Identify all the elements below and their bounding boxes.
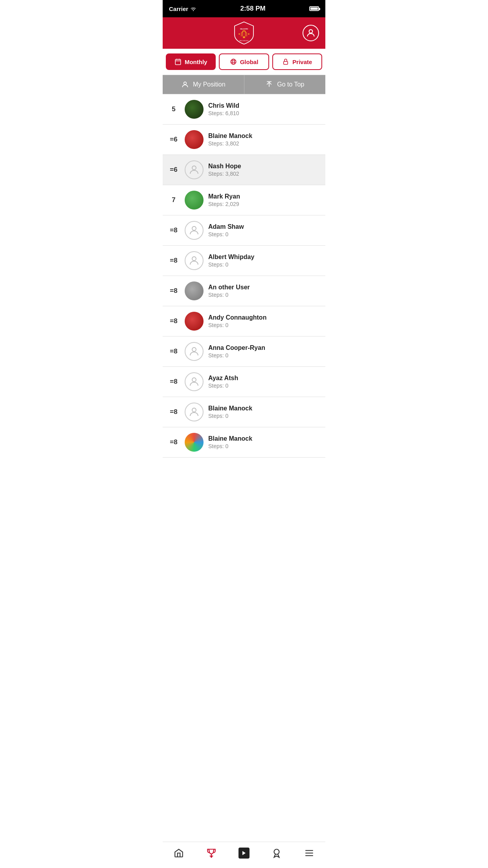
rank-number: =6 — [167, 166, 180, 174]
list-item[interactable]: =8 Anna Cooper-Ryan Steps: 0 — [163, 337, 325, 367]
list-item[interactable]: =8 Andy Connaughton Steps: 0 — [163, 306, 325, 337]
user-steps: Steps: 6,810 — [208, 110, 321, 116]
rank-number: =8 — [167, 287, 180, 295]
svg-text:RED DEVILS: RED DEVILS — [240, 40, 249, 42]
user-info: Albert Whipday Steps: 0 — [208, 254, 321, 268]
my-position-button[interactable]: My Position — [163, 75, 244, 94]
go-to-top-button[interactable]: Go to Top — [244, 75, 326, 94]
svg-rect-2 — [243, 37, 245, 38]
svg-point-22 — [192, 348, 196, 351]
rank-number: =8 — [167, 378, 180, 386]
go-to-top-icon — [265, 81, 273, 88]
svg-point-12 — [232, 59, 235, 64]
svg-point-11 — [231, 59, 236, 64]
user-steps: Steps: 0 — [208, 383, 321, 389]
lock-icon — [282, 58, 289, 65]
svg-point-20 — [192, 226, 196, 230]
app-logo: SALFORD RED DEVILS — [232, 21, 256, 45]
list-item[interactable]: =8 Adam Shaw Steps: 0 — [163, 215, 325, 246]
user-steps: Steps: 0 — [208, 413, 321, 419]
rank-number: =8 — [167, 257, 180, 265]
user-name: Andy Connaughton — [208, 314, 321, 321]
calendar-icon — [174, 58, 182, 65]
status-bar: Carrier 2:58 PM — [163, 0, 325, 17]
svg-point-24 — [192, 408, 196, 412]
user-steps: Steps: 0 — [208, 322, 321, 328]
user-info: Mark Ryan Steps: 2,029 — [208, 193, 321, 207]
rank-number: =6 — [167, 136, 180, 143]
user-name: Albert Whipday — [208, 254, 321, 261]
app-header: SALFORD RED DEVILS — [163, 17, 325, 49]
rank-number: =8 — [167, 438, 180, 446]
my-position-icon — [181, 81, 189, 88]
svg-point-16 — [184, 82, 187, 85]
list-item[interactable]: =8 Blaine Manock Steps: 0 — [163, 397, 325, 427]
user-info: Blaine Manock Steps: 0 — [208, 405, 321, 419]
private-label: Private — [292, 59, 312, 65]
globe-icon — [230, 58, 237, 65]
list-item[interactable]: =8 Blaine Manock Steps: 0 — [163, 427, 325, 458]
list-item[interactable]: =8 An other User Steps: 0 — [163, 276, 325, 306]
battery-indicator — [309, 6, 319, 11]
svg-point-3 — [238, 33, 240, 35]
user-name: Chris Wild — [208, 102, 321, 109]
avatar — [185, 403, 204, 421]
user-info: Nash Hope Steps: 3,802 — [208, 163, 321, 177]
svg-point-21 — [192, 257, 196, 261]
user-name: Nash Hope — [208, 163, 321, 170]
user-name: Mark Ryan — [208, 193, 321, 200]
filter-global-button[interactable]: Global — [219, 53, 269, 70]
list-item[interactable]: 7 Mark Ryan Steps: 2,029 — [163, 185, 325, 215]
leaderboard-list: 5 Chris Wild Steps: 6,810 =6 Blaine Mano… — [163, 94, 325, 489]
action-buttons-container: My Position Go to Top — [163, 75, 325, 94]
svg-rect-7 — [175, 59, 181, 65]
user-info: Blaine Manock Steps: 0 — [208, 435, 321, 449]
avatar — [185, 312, 204, 331]
filter-monthly-button[interactable]: Monthly — [166, 53, 216, 70]
user-name: Ayaz Atsh — [208, 375, 321, 382]
user-name: Blaine Manock — [208, 132, 321, 140]
svg-point-0 — [193, 10, 194, 11]
rank-number: =8 — [167, 317, 180, 325]
user-steps: Steps: 3,802 — [208, 171, 321, 177]
user-info: Adam Shaw Steps: 0 — [208, 223, 321, 237]
user-info: An other User Steps: 0 — [208, 284, 321, 298]
user-steps: Steps: 0 — [208, 261, 321, 268]
carrier-text: Carrier — [169, 6, 188, 12]
list-item[interactable]: =6 Blaine Manock Steps: 3,802 — [163, 125, 325, 155]
user-steps: Steps: 2,029 — [208, 201, 321, 207]
list-item[interactable]: 5 Chris Wild Steps: 6,810 — [163, 94, 325, 125]
filter-buttons-container: Monthly Global Private — [163, 49, 325, 75]
user-name: Blaine Manock — [208, 435, 321, 442]
global-label: Global — [240, 59, 259, 65]
rank-number: 7 — [167, 196, 180, 204]
carrier-info: Carrier — [169, 6, 196, 12]
avatar — [185, 100, 204, 119]
svg-point-4 — [248, 33, 249, 35]
user-name: An other User — [208, 284, 321, 291]
svg-point-23 — [192, 378, 196, 382]
avatar — [185, 130, 204, 149]
user-steps: Steps: 0 — [208, 231, 321, 237]
avatar — [185, 433, 204, 452]
go-to-top-label: Go to Top — [277, 81, 304, 88]
user-info: Chris Wild Steps: 6,810 — [208, 102, 321, 116]
avatar — [185, 191, 204, 210]
profile-button[interactable] — [303, 25, 319, 41]
list-item[interactable]: =8 Ayaz Atsh Steps: 0 — [163, 367, 325, 397]
list-item[interactable]: =8 Albert Whipday Steps: 0 — [163, 246, 325, 276]
avatar — [185, 221, 204, 240]
rank-number: 5 — [167, 105, 180, 113]
my-position-label: My Position — [193, 81, 226, 88]
rank-number: =8 — [167, 226, 180, 234]
avatar — [185, 342, 204, 361]
filter-private-button[interactable]: Private — [272, 53, 322, 70]
user-info: Anna Cooper-Ryan Steps: 0 — [208, 344, 321, 359]
profile-icon — [303, 25, 319, 41]
wifi-icon — [190, 6, 196, 11]
user-name: Anna Cooper-Ryan — [208, 344, 321, 351]
user-steps: Steps: 0 — [208, 292, 321, 298]
list-item[interactable]: =6 Nash Hope Steps: 3,802 — [163, 155, 325, 185]
monthly-label: Monthly — [185, 59, 207, 65]
avatar — [185, 251, 204, 270]
